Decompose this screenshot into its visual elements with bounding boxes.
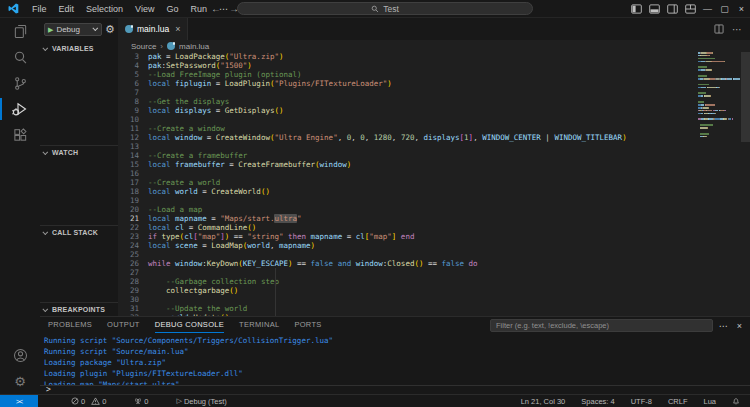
line-number[interactable]: 13 bbox=[118, 142, 148, 151]
panel-tab-debug-console[interactable]: DEBUG CONSOLE bbox=[155, 317, 224, 333]
code-line[interactable]: 11--Create a window bbox=[118, 124, 750, 133]
line-number[interactable]: 20 bbox=[118, 205, 148, 214]
launch-config-dropdown[interactable]: ▶ Debug bbox=[44, 23, 102, 36]
line-number[interactable]: 21 bbox=[118, 214, 148, 223]
back-arrow-icon[interactable]: ← bbox=[211, 3, 221, 14]
line-number[interactable]: 15 bbox=[118, 160, 148, 169]
code-line[interactable]: 8--Get the displays bbox=[118, 97, 750, 106]
menu-edit[interactable]: Edit bbox=[53, 4, 81, 14]
code-line[interactable]: 3pak = LoadPackage("Ultra.zip") bbox=[118, 52, 750, 61]
editor-more-actions-icon[interactable]: ⋯ bbox=[732, 24, 742, 35]
line-number[interactable]: 6 bbox=[118, 79, 148, 88]
panel-more-actions-icon[interactable]: ⋯ bbox=[719, 321, 728, 331]
problems-status[interactable]: 0 0 bbox=[66, 397, 111, 406]
code-line[interactable]: 5--Load FreeImage plugin (optional) bbox=[118, 70, 750, 79]
command-center-search[interactable]: Test bbox=[237, 2, 533, 15]
code-line[interactable]: 20--Load a map bbox=[118, 205, 750, 214]
line-number[interactable]: 10 bbox=[118, 115, 148, 124]
minimize-button[interactable]: — bbox=[699, 0, 716, 18]
line-number[interactable]: 26 bbox=[118, 259, 148, 268]
panel-tab-output[interactable]: OUTPUT bbox=[107, 317, 140, 333]
editor-scrollbar[interactable] bbox=[741, 52, 750, 142]
code-line[interactable]: 13 bbox=[118, 142, 750, 151]
code-editor[interactable]: 3pak = LoadPackage("Ultra.zip")4pak:SetP… bbox=[118, 52, 750, 316]
code-line[interactable]: 10 bbox=[118, 115, 750, 124]
minimap[interactable] bbox=[698, 52, 740, 144]
line-number[interactable]: 18 bbox=[118, 187, 148, 196]
code-line[interactable]: 25 bbox=[118, 250, 750, 259]
code-line[interactable]: 7 bbox=[118, 88, 750, 97]
code-line[interactable]: 12local window = CreateWindow("Ultra Eng… bbox=[118, 133, 750, 142]
indentation[interactable]: Spaces: 4 bbox=[576, 397, 619, 406]
menu-run[interactable]: Run bbox=[184, 4, 213, 14]
panel-close-icon[interactable]: × bbox=[737, 321, 742, 331]
line-number[interactable]: 27 bbox=[118, 268, 148, 277]
code-line[interactable]: 17--Create a world bbox=[118, 178, 750, 187]
run-debug-icon[interactable] bbox=[0, 96, 40, 122]
code-line[interactable]: 31 --Update the world bbox=[118, 304, 750, 313]
line-number[interactable]: 30 bbox=[118, 295, 148, 304]
encoding[interactable]: UTF-8 bbox=[626, 397, 657, 406]
toggle-primary-sidebar-icon[interactable] bbox=[627, 0, 645, 18]
line-number[interactable]: 4 bbox=[118, 61, 148, 70]
section-header-variables[interactable]: VARIABLES bbox=[40, 42, 118, 55]
line-number[interactable]: 19 bbox=[118, 196, 148, 205]
line-number[interactable]: 31 bbox=[118, 304, 148, 313]
line-number[interactable]: 24 bbox=[118, 241, 148, 250]
line-number[interactable]: 22 bbox=[118, 223, 148, 232]
menu-file[interactable]: File bbox=[26, 4, 53, 14]
debug-console-prompt[interactable]: > bbox=[40, 385, 750, 394]
line-number[interactable]: 16 bbox=[118, 169, 148, 178]
close-button[interactable]: × bbox=[733, 0, 750, 18]
restore-button[interactable]: ▢ bbox=[716, 0, 733, 18]
panel-tab-problems[interactable]: PROBLEMS bbox=[48, 317, 92, 333]
code-line[interactable]: 22local cl = CommandLine() bbox=[118, 223, 750, 232]
explorer-icon[interactable] bbox=[0, 18, 40, 44]
line-number[interactable]: 9 bbox=[118, 106, 148, 115]
code-line[interactable]: 27 bbox=[118, 268, 750, 277]
toggle-secondary-sidebar-icon[interactable] bbox=[663, 0, 681, 18]
split-editor-icon[interactable] bbox=[714, 24, 724, 34]
panel-tab-terminal[interactable]: TERMINAL bbox=[239, 317, 279, 333]
line-number[interactable]: 14 bbox=[118, 151, 148, 160]
code-line[interactable]: 6local fiplugin = LoadPlugin("Plugins/FI… bbox=[118, 79, 750, 88]
code-line[interactable]: 29 collectgarbage() bbox=[118, 286, 750, 295]
code-line[interactable]: 26while window:KeyDown(KEY_ESCAPE) == fa… bbox=[118, 259, 750, 268]
account-icon[interactable] bbox=[0, 342, 40, 368]
code-line[interactable]: 24local scene = LoadMap(world, mapname) bbox=[118, 241, 750, 250]
cursor-position[interactable]: Ln 21, Col 30 bbox=[516, 397, 571, 406]
code-line[interactable]: 18local world = CreateWorld() bbox=[118, 187, 750, 196]
line-number[interactable]: 12 bbox=[118, 133, 148, 142]
code-line[interactable]: 4pak:SetPassword("1500") bbox=[118, 61, 750, 70]
line-number[interactable]: 29 bbox=[118, 286, 148, 295]
code-line[interactable]: 21local mapname = "Maps/start.ultra" bbox=[118, 214, 750, 223]
code-line[interactable]: 19 bbox=[118, 196, 750, 205]
language-mode[interactable]: Lua bbox=[698, 397, 721, 406]
line-number[interactable]: 23 bbox=[118, 232, 148, 241]
code-line[interactable]: 28 --Garbage collection step bbox=[118, 277, 750, 286]
settings-gear-icon[interactable]: ⚙ bbox=[0, 368, 40, 394]
line-number[interactable]: 17 bbox=[118, 178, 148, 187]
search-icon[interactable] bbox=[0, 44, 40, 70]
menu-selection[interactable]: Selection bbox=[80, 4, 129, 14]
code-line[interactable]: 9local displays = GetDisplays() bbox=[118, 106, 750, 115]
code-line[interactable]: 23if type(cl["map"]) == "string" then ma… bbox=[118, 232, 750, 241]
notifications-bell-icon[interactable] bbox=[727, 397, 745, 405]
panel-tab-ports[interactable]: PORTS bbox=[294, 317, 321, 333]
tab-main-lua[interactable]: main.lua × bbox=[118, 18, 188, 40]
line-number[interactable]: 28 bbox=[118, 277, 148, 286]
remote-indicator[interactable]: >< bbox=[0, 395, 38, 407]
code-line[interactable]: 15local framebuffer = CreateFramebuffer(… bbox=[118, 160, 750, 169]
breadcrumb-file[interactable]: main.lua bbox=[179, 42, 209, 51]
code-line[interactable]: 14--Create a framebuffer bbox=[118, 151, 750, 160]
customize-layout-icon[interactable] bbox=[681, 0, 699, 18]
section-header-call-stack[interactable]: CALL STACK bbox=[40, 226, 118, 239]
console-filter-input[interactable] bbox=[490, 319, 713, 332]
line-number[interactable]: 5 bbox=[118, 70, 148, 79]
ports-status[interactable]: 0 bbox=[129, 397, 153, 406]
code-line[interactable]: 30 bbox=[118, 295, 750, 304]
section-header-breakpoints[interactable]: BREAKPOINTS bbox=[40, 303, 118, 316]
menu-go[interactable]: Go bbox=[160, 4, 184, 14]
line-number[interactable]: 3 bbox=[118, 52, 148, 61]
debug-status[interactable]: ▷ Debug (Test) bbox=[172, 397, 232, 406]
